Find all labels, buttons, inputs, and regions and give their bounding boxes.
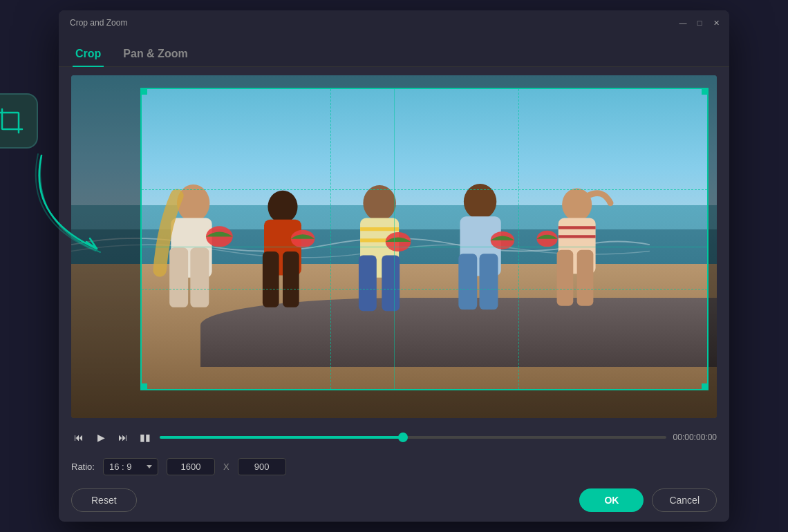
crop-mask-right	[709, 75, 717, 418]
next-frame-button[interactable]: ⏭	[115, 430, 131, 445]
play-button[interactable]: ▶	[93, 430, 109, 445]
svg-rect-0	[2, 113, 19, 129]
window-controls: — □ ✕	[678, 18, 721, 28]
svg-rect-7	[169, 248, 188, 307]
svg-point-5	[177, 184, 209, 222]
close-button[interactable]: ✕	[711, 18, 721, 28]
maximize-button[interactable]: □	[695, 18, 704, 28]
title-bar: Crop and Zoom — □ ✕	[59, 10, 729, 35]
dimension-separator: X	[223, 462, 229, 472]
svg-rect-13	[283, 251, 299, 307]
crop-tool-icon	[0, 93, 38, 149]
svg-rect-12	[263, 251, 279, 307]
width-input[interactable]	[167, 458, 215, 475]
svg-point-10	[268, 191, 298, 223]
svg-rect-8	[190, 248, 209, 307]
prev-frame-button[interactable]: ⏮	[71, 430, 86, 445]
people-group	[149, 161, 633, 350]
timeline-fill	[160, 436, 403, 439]
tab-crop[interactable]: Crop	[73, 42, 104, 67]
svg-rect-25	[480, 254, 498, 310]
svg-point-21	[386, 232, 411, 251]
svg-point-22	[464, 184, 496, 220]
crosshair-vertical	[394, 88, 395, 390]
minimize-button[interactable]: —	[678, 18, 688, 28]
reset-button[interactable]: Reset	[71, 488, 137, 512]
height-input[interactable]	[238, 458, 286, 475]
time-display: 00:00:00:00	[673, 433, 717, 442]
ok-button[interactable]: OK	[579, 488, 644, 512]
crop-mask-top	[140, 75, 709, 88]
ratio-value: 16 : 9	[109, 462, 132, 472]
window-title: Crop and Zoom	[70, 18, 127, 28]
crop-mask-left	[71, 75, 140, 418]
svg-rect-20	[382, 255, 400, 311]
confirm-actions: OK Cancel	[579, 488, 717, 512]
stop-button[interactable]: ▮▮	[138, 430, 153, 445]
crosshair-horizontal	[140, 247, 709, 247]
playback-controls: ⏮ ▶ ⏭ ▮▮ 00:00:00:00	[59, 424, 729, 451]
svg-rect-31	[557, 250, 574, 306]
svg-point-15	[363, 185, 395, 221]
tab-pan-zoom[interactable]: Pan & Zoom	[120, 42, 190, 67]
timeline-thumb[interactable]	[398, 433, 408, 442]
crop-settings: Ratio: 16 : 9 X	[59, 451, 729, 482]
chevron-down-icon	[147, 465, 152, 468]
svg-rect-24	[458, 254, 477, 310]
crop-mask-bottom	[140, 390, 709, 418]
timeline-track[interactable]	[160, 436, 666, 439]
main-window: Crop and Zoom — □ ✕ Crop Pan & Zoom	[59, 10, 729, 522]
svg-rect-32	[577, 250, 594, 306]
footer-actions: Reset OK Cancel	[59, 482, 729, 522]
tab-bar: Crop Pan & Zoom	[59, 35, 729, 67]
ratio-label: Ratio:	[71, 462, 95, 472]
cancel-button[interactable]: Cancel	[652, 488, 717, 512]
svg-rect-19	[359, 255, 377, 311]
ratio-dropdown[interactable]: 16 : 9	[103, 458, 158, 475]
video-preview	[71, 75, 717, 418]
